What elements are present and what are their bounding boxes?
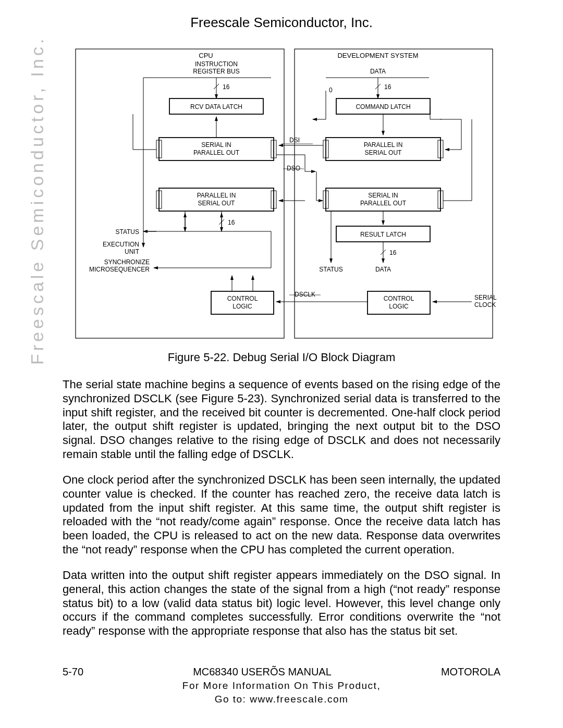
result-latch: RESULT LATCH xyxy=(360,231,406,238)
ctrl-l2: LOGIC xyxy=(232,303,252,310)
data-r: DATA xyxy=(375,266,391,273)
sipo-l2: PARALLEL OUT xyxy=(193,149,240,156)
ctrl-l1: CONTROL xyxy=(227,295,258,302)
sclk1: SERIAL xyxy=(474,294,497,301)
dsclk: DSCLK xyxy=(295,291,315,298)
exec1: EXECUTION xyxy=(103,241,139,248)
paragraph-2: One clock period after the synchronized … xyxy=(63,473,500,557)
paragraph-3: Data written into the output shift regis… xyxy=(63,569,500,638)
piso-l1: PARALLEL IN xyxy=(197,192,236,199)
sipo-r2: PARALLEL OUT xyxy=(360,200,407,207)
sipo-r1: SERIAL IN xyxy=(368,192,398,199)
sync1: SYNCHRONIZE xyxy=(104,258,150,266)
cmd-latch: COMMAND LATCH xyxy=(356,103,410,110)
piso-r2: SERIAL OUT xyxy=(365,149,402,156)
sclk2: CLOCK xyxy=(474,301,496,309)
exec2: UNIT xyxy=(125,248,140,255)
dso-label: DSO xyxy=(287,165,300,172)
devsys-title: DEVELOPMENT SYSTEM xyxy=(337,52,418,59)
paragraph-1: The serial state machine begins a sequen… xyxy=(63,378,500,462)
figure-caption: Figure 5-22. Debug Serial I/O Block Diag… xyxy=(0,351,563,364)
dsi-label: DSI xyxy=(289,137,300,144)
sipo-l1: SERIAL IN xyxy=(201,141,231,149)
zero-label: 0 xyxy=(329,87,333,94)
sync2: MICROSEQUENCER xyxy=(89,266,150,273)
bus16-a: 16 xyxy=(223,83,230,91)
instr-bus-1: INSTRUCTION xyxy=(195,60,238,68)
page-header: Freescale Semiconductor, Inc. xyxy=(0,0,563,31)
page-footer: 5-70 MC68340 USERÕS MANUAL MOTOROLA For … xyxy=(0,666,563,705)
status-l: STATUS xyxy=(115,228,139,236)
instr-bus-2: REGISTER BUS xyxy=(193,68,239,75)
manual-title: MC68340 USERÕS MANUAL xyxy=(193,666,332,678)
brand: MOTOROLA xyxy=(441,666,500,678)
bus16-d: 16 xyxy=(389,249,397,256)
footer-info-1: For More Information On This Product, xyxy=(0,680,563,692)
ctrl-r1: CONTROL xyxy=(384,295,414,302)
block-diagram: CPU DEVELOPMENT SYSTEM INSTRUCTION REGIS… xyxy=(65,46,498,343)
bus16-b: 16 xyxy=(384,83,391,91)
cpu-title: CPU xyxy=(199,52,213,59)
watermark-text: Freescale Semiconductor, Inc. xyxy=(27,36,47,365)
footer-info-2: Go to: www.freescale.com xyxy=(0,694,563,705)
rcv-latch: RCV DATA LATCH xyxy=(190,103,242,110)
ctrl-r2: LOGIC xyxy=(389,303,409,310)
page-number: 5-70 xyxy=(63,666,83,678)
data-label-top: DATA xyxy=(370,68,386,75)
status-r: STATUS xyxy=(319,266,343,273)
bus16-c: 16 xyxy=(228,219,235,226)
piso-r1: PARALLEL IN xyxy=(364,141,403,149)
piso-l2: SERIAL OUT xyxy=(198,200,236,207)
